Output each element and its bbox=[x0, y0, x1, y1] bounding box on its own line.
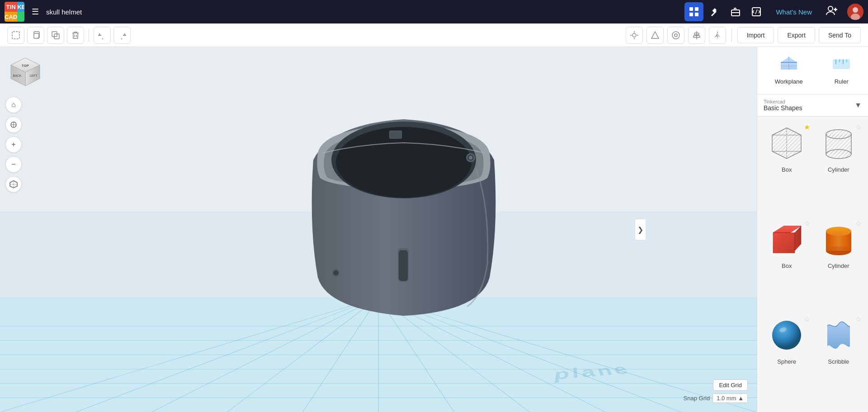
svg-point-55 bbox=[336, 127, 472, 197]
send-to-button[interactable]: Send To bbox=[819, 27, 861, 43]
whats-new-button[interactable]: What's New bbox=[771, 8, 816, 16]
shape-icon-cylinder-wireframe bbox=[816, 123, 861, 164]
edit-grid-button[interactable]: Edit Grid bbox=[713, 379, 748, 391]
nav-icon-group bbox=[684, 2, 766, 21]
shape-label-box-wireframe: Box bbox=[782, 166, 792, 173]
ruler-icon bbox=[832, 56, 850, 75]
panel-toggle-button[interactable]: ❯ bbox=[635, 219, 646, 240]
svg-text:TOP: TOP bbox=[22, 64, 29, 68]
star-scribble[interactable]: ☆ bbox=[855, 315, 862, 323]
perspective-button[interactable] bbox=[5, 176, 22, 192]
shape-icon-box-wireframe bbox=[764, 123, 809, 164]
bottom-status-bar: Edit Grid Snap Grid 1.0 mm ▲ bbox=[684, 379, 748, 403]
tinkercad-logo[interactable]: TIN KER CAD bbox=[5, 2, 24, 22]
shape-grid: ★ Box bbox=[757, 117, 868, 412]
logo-cad: CAD bbox=[5, 12, 17, 22]
star-cylinder-orange[interactable]: ☆ bbox=[855, 219, 862, 228]
shape-icon-button[interactable] bbox=[646, 27, 664, 44]
star-cylinder-wireframe[interactable]: ☆ bbox=[855, 123, 862, 131]
shape-label-cylinder-orange: Cylinder bbox=[828, 262, 849, 269]
view-icon-button[interactable] bbox=[667, 27, 684, 44]
duplicate-button[interactable] bbox=[47, 27, 64, 44]
nav-grid-button[interactable] bbox=[684, 2, 703, 21]
shape-item-cylinder-wireframe[interactable]: ☆ Cylinder bbox=[816, 123, 862, 214]
svg-point-105 bbox=[826, 246, 851, 255]
toolbar-right-group: Import Export Send To bbox=[626, 27, 861, 44]
svg-rect-0 bbox=[689, 7, 693, 11]
svg-point-60 bbox=[469, 156, 472, 159]
ruler-label: Ruler bbox=[835, 78, 849, 85]
import-button[interactable]: Import bbox=[737, 27, 774, 43]
nav-hammer-button[interactable] bbox=[705, 2, 724, 21]
snap-value[interactable]: 1.0 mm ▲ bbox=[712, 393, 748, 403]
add-user-button[interactable] bbox=[822, 2, 842, 21]
svg-point-106 bbox=[826, 227, 851, 236]
3d-viewport[interactable]: plane bbox=[0, 47, 757, 412]
svg-point-8 bbox=[828, 6, 833, 11]
workplane-tool[interactable]: Workplane bbox=[768, 52, 810, 89]
shape-label-sphere-blue: Sphere bbox=[777, 358, 796, 365]
snap-grid-control: Snap Grid 1.0 mm ▲ bbox=[684, 393, 748, 403]
fit-view-button[interactable] bbox=[5, 117, 22, 133]
shape-item-box-wireframe[interactable]: ★ Box bbox=[764, 123, 810, 214]
svg-point-20 bbox=[632, 33, 636, 37]
star-box-red[interactable]: ☆ bbox=[804, 219, 810, 228]
shape-lib-title: Basic Shapes bbox=[764, 104, 851, 112]
main-toolbar: Import Export Send To bbox=[0, 23, 868, 47]
3d-object-container bbox=[277, 70, 530, 333]
copy-button[interactable] bbox=[27, 27, 44, 44]
logo-tin: TIN bbox=[5, 2, 17, 12]
home-view-button[interactable]: ⌂ bbox=[5, 97, 22, 113]
view-cube[interactable]: TOP BACK LEFT bbox=[7, 54, 43, 90]
mirror-icon-button[interactable] bbox=[709, 27, 726, 44]
align-icon-button[interactable] bbox=[688, 27, 705, 44]
svg-point-96 bbox=[826, 150, 851, 159]
star-box-wireframe[interactable]: ★ bbox=[804, 123, 810, 131]
shape-label-cylinder-wireframe: Cylinder bbox=[828, 166, 849, 173]
shape-item-box-red[interactable]: ☆ bbox=[764, 219, 810, 310]
shape-item-cylinder-orange[interactable]: ☆ bbox=[816, 219, 862, 310]
nav-briefcase-button[interactable] bbox=[726, 2, 745, 21]
deselect-button[interactable] bbox=[7, 27, 24, 44]
light-icon-button[interactable] bbox=[626, 27, 643, 44]
star-sphere-blue[interactable]: ☆ bbox=[804, 315, 810, 323]
svg-point-27 bbox=[675, 34, 677, 37]
shape-icon-sphere-blue bbox=[764, 315, 809, 356]
shape-library-header: Tinkercad Basic Shapes ▼ bbox=[757, 94, 868, 117]
delete-button[interactable] bbox=[67, 27, 84, 44]
logo-ker: KER bbox=[17, 2, 24, 12]
shape-lib-title-group: Tinkercad Basic Shapes bbox=[764, 99, 851, 112]
undo-button[interactable] bbox=[94, 27, 111, 44]
svg-rect-62 bbox=[399, 250, 408, 281]
shape-lib-chevron-icon[interactable]: ▼ bbox=[854, 101, 862, 109]
svg-rect-97 bbox=[773, 233, 795, 253]
user-avatar[interactable] bbox=[847, 4, 863, 20]
menu-icon-button[interactable]: ☰ bbox=[30, 5, 41, 19]
shape-icon-scribble bbox=[816, 315, 861, 356]
svg-rect-14 bbox=[12, 32, 19, 39]
panel-tools-row: Workplane Ruler bbox=[757, 47, 868, 94]
svg-rect-57 bbox=[390, 131, 401, 138]
toolbar-separator-2 bbox=[731, 28, 732, 42]
snap-grid-label: Snap Grid bbox=[684, 395, 710, 402]
shape-item-sphere-blue[interactable]: ☆ Sphere bbox=[764, 315, 810, 406]
shape-icon-box-red bbox=[764, 219, 809, 260]
nav-code-button[interactable] bbox=[747, 2, 766, 21]
shape-label-scribble: Scribble bbox=[828, 358, 849, 365]
zoom-in-button[interactable]: + bbox=[5, 136, 22, 153]
export-button[interactable]: Export bbox=[778, 27, 815, 43]
svg-rect-1 bbox=[695, 7, 698, 11]
shape-item-scribble[interactable]: ☆ Scribble bbox=[816, 315, 862, 406]
svg-point-12 bbox=[853, 7, 858, 13]
redo-button[interactable] bbox=[113, 27, 131, 44]
svg-marker-99 bbox=[795, 226, 801, 251]
svg-marker-25 bbox=[651, 32, 659, 38]
workplane-icon bbox=[780, 56, 798, 75]
helmet-svg bbox=[277, 70, 530, 332]
svg-point-26 bbox=[672, 32, 679, 39]
ruler-tool[interactable]: Ruler bbox=[825, 52, 858, 89]
svg-marker-77 bbox=[781, 57, 797, 70]
shape-lib-small-label: Tinkercad bbox=[764, 99, 851, 104]
zoom-out-button[interactable]: − bbox=[5, 156, 22, 173]
svg-text:LEFT: LEFT bbox=[29, 74, 38, 77]
